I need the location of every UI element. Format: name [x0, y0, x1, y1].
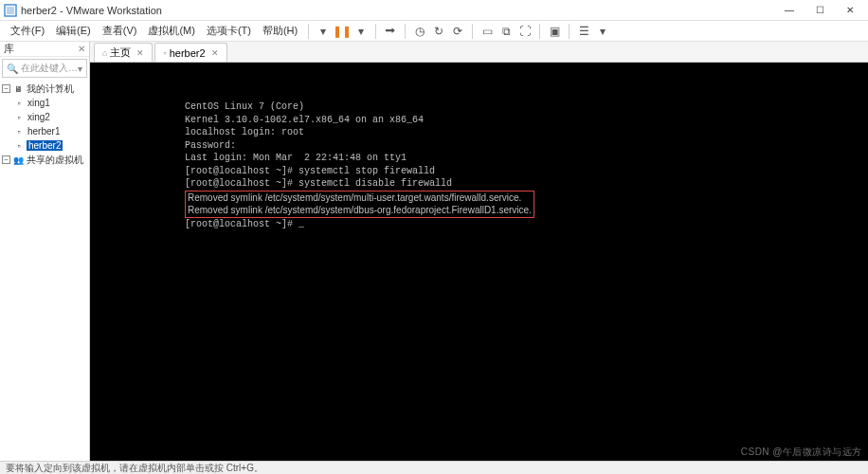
menu-file[interactable]: 文件(F) [6, 22, 49, 40]
minimize-button[interactable]: — [775, 2, 804, 19]
fullscreen-icon[interactable]: ⛶ [516, 23, 533, 40]
collapse-icon[interactable]: − [2, 84, 10, 93]
menu-view[interactable]: 查看(V) [98, 22, 142, 40]
dropdown-icon[interactable]: ▾ [594, 23, 611, 40]
refresh-icon[interactable]: ↻ [430, 23, 447, 40]
tree-label: xing1 [27, 98, 51, 108]
tree-root[interactable]: − 🖥 我的计算机 [0, 82, 89, 96]
vm-icon: ▫ [13, 140, 25, 152]
terminal-line: localhost login: root [185, 126, 868, 139]
separator [405, 24, 406, 39]
main-area: ⌂ 主页 ✕ ▫ herber2 ✕ CentOS Linux 7 (Core)… [90, 42, 868, 461]
menu-help[interactable]: 帮助(H) [258, 22, 302, 40]
sidebar-title: 库 [4, 42, 14, 56]
tab-bar: ⌂ 主页 ✕ ▫ herber2 ✕ [90, 42, 868, 63]
separator [375, 24, 376, 39]
tab-close-icon[interactable]: ✕ [211, 48, 219, 58]
fit-icon[interactable]: ▭ [479, 23, 496, 40]
home-icon: ⌂ [102, 48, 107, 58]
tree-label: xing2 [27, 112, 51, 122]
separator [539, 24, 540, 39]
pause-icon[interactable]: ❚❚ [334, 23, 351, 40]
library-icon[interactable]: ☰ [575, 23, 592, 40]
send-icon[interactable]: ⮕ [382, 23, 399, 40]
terminal-line: Removed symlink /etc/systemd/system/mult… [188, 191, 532, 205]
vm-icon: ▫ [13, 112, 25, 123]
terminal-line: Kernel 3.10.0-1062.el7.x86_64 on an x86_… [185, 114, 868, 127]
terminal-line: Removed symlink /etc/systemd/system/dbus… [188, 204, 532, 217]
search-input[interactable]: 🔍 在此处键入内容进行搜索 ▾ [2, 59, 87, 78]
dropdown-icon[interactable]: ▾ [315, 23, 332, 40]
tree-item-herber2[interactable]: ▫ herber2 [0, 138, 89, 153]
tab-close-icon[interactable]: ✕ [136, 48, 144, 58]
vm-icon: ▫ [13, 98, 25, 109]
tab-herber2[interactable]: ▫ herber2 ✕ [154, 43, 226, 62]
app-icon [4, 4, 17, 17]
menu-vm[interactable]: 虚拟机(M) [143, 22, 200, 40]
tab-label: herber2 [170, 47, 206, 59]
sidebar-header: 库 ✕ [0, 42, 89, 57]
search-icon: 🔍 [7, 64, 18, 74]
unity-icon[interactable]: ⧉ [497, 23, 515, 40]
status-text: 要将输入定向到该虚拟机，请在虚拟机内部单击或按 Ctrl+G。 [6, 462, 263, 475]
computer-icon: 🖥 [12, 83, 24, 95]
collapse-icon[interactable]: − [2, 155, 10, 164]
tree-item-herber1[interactable]: ▫ herber1 [0, 124, 89, 138]
menu-bar: 文件(F) 编辑(E) 查看(V) 虚拟机(M) 选项卡(T) 帮助(H) ▾ … [0, 21, 868, 42]
sidebar-tree: − 🖥 我的计算机 ▫ xing1 ▫ xing2 ▫ herber1 ▫ he… [0, 80, 89, 461]
shared-icon: 👥 [12, 155, 24, 166]
tree-label: 共享的虚拟机 [26, 154, 84, 167]
clock-icon[interactable]: ◷ [411, 23, 428, 40]
snapshot-icon[interactable]: ⟳ [449, 23, 466, 40]
terminal-line: [root@localhost ~]# systemctl stop firew… [185, 165, 868, 178]
close-button[interactable]: ✕ [836, 2, 864, 19]
highlighted-output: Removed symlink /etc/systemd/system/mult… [185, 191, 534, 218]
menu-edit[interactable]: 编辑(E) [51, 22, 96, 40]
tab-home[interactable]: ⌂ 主页 ✕ [94, 43, 153, 62]
vm-icon: ▫ [163, 48, 166, 58]
tab-label: 主页 [110, 46, 131, 60]
vm-icon: ▫ [13, 126, 25, 137]
tree-label: herber2 [27, 140, 63, 151]
terminal-line: Last login: Mon Mar 2 22:41:48 on tty1 [185, 152, 868, 165]
separator [569, 24, 570, 39]
console-icon[interactable]: ▣ [546, 23, 563, 40]
tree-shared[interactable]: − 👥 共享的虚拟机 [0, 153, 89, 167]
terminal[interactable]: CentOS Linux 7 (Core) Kernel 3.10.0-1062… [90, 63, 868, 461]
separator [472, 24, 473, 39]
search-placeholder: 在此处键入内容进行搜索 [21, 62, 78, 75]
separator [308, 24, 309, 39]
status-bar: 要将输入定向到该虚拟机，请在虚拟机内部单击或按 Ctrl+G。 [0, 461, 868, 474]
dropdown-icon[interactable]: ▾ [353, 23, 370, 40]
tree-item-xing1[interactable]: ▫ xing1 [0, 96, 89, 110]
terminal-line: [root@localhost ~]# _ [185, 218, 868, 231]
terminal-line: Password: [185, 139, 868, 153]
maximize-button[interactable]: ☐ [805, 2, 834, 19]
menu-tabs[interactable]: 选项卡(T) [202, 22, 256, 40]
svg-rect-1 [7, 7, 14, 14]
terminal-line: [root@localhost ~]# systemctl disable fi… [185, 177, 868, 191]
dropdown-icon[interactable]: ▾ [78, 64, 82, 74]
tree-root-label: 我的计算机 [26, 82, 75, 96]
body-area: 库 ✕ 🔍 在此处键入内容进行搜索 ▾ − 🖥 我的计算机 ▫ xing1 ▫ … [0, 42, 868, 461]
terminal-line: CentOS Linux 7 (Core) [185, 100, 868, 114]
window-controls: — ☐ ✕ [775, 2, 864, 19]
sidebar: 库 ✕ 🔍 在此处键入内容进行搜索 ▾ − 🖥 我的计算机 ▫ xing1 ▫ … [0, 42, 90, 461]
window-title: herber2 - VMware Workstation [21, 5, 162, 16]
tree-label: herber1 [27, 126, 61, 137]
tree-item-xing2[interactable]: ▫ xing2 [0, 110, 89, 124]
title-bar: herber2 - VMware Workstation — ☐ ✕ [0, 0, 868, 21]
watermark: CSDN @午后微凉诗与远方 [741, 446, 862, 459]
sidebar-close-icon[interactable]: ✕ [78, 44, 85, 54]
